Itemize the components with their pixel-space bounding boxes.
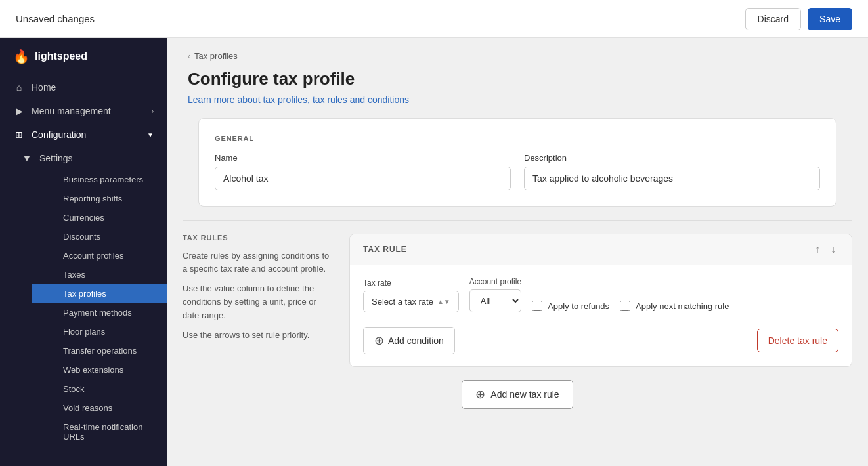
tax-rule-footer: ⊕ Add condition Delete tax rule bbox=[363, 324, 838, 354]
account-profile-select[interactable]: All bbox=[469, 289, 521, 312]
apply-next-checkbox[interactable] bbox=[620, 301, 630, 311]
plus-icon: ⊕ bbox=[374, 333, 384, 348]
rule-arrows: ↑ ↓ bbox=[812, 242, 838, 257]
settings-icon: ▼ bbox=[21, 153, 33, 163]
tax-rules-section: TAX RULES Create rules by assigning cond… bbox=[183, 234, 852, 367]
tax-rule-body: Tax rate Select a tax rate ▲▼ Account pr… bbox=[350, 265, 852, 366]
apply-next-label: Apply next matching rule bbox=[636, 301, 729, 311]
discard-button[interactable]: Discard bbox=[745, 8, 801, 30]
sidebar-item-label: Stock bbox=[63, 384, 85, 394]
sidebar-item-label: Discounts bbox=[63, 232, 100, 242]
arrow-down-button[interactable]: ↓ bbox=[828, 242, 838, 257]
sidebar-item-transfer-operations[interactable]: Transfer operations bbox=[32, 341, 167, 360]
sidebar-item-label: Reporting shifts bbox=[63, 194, 122, 203]
add-new-tax-rule-button[interactable]: ⊕ Add new tax rule bbox=[462, 380, 573, 409]
tax-rules-description: TAX RULES Create rules by assigning cond… bbox=[183, 234, 334, 349]
tax-rate-caret-icon: ▲▼ bbox=[437, 298, 450, 305]
sidebar-item-label: Payment methods bbox=[63, 308, 132, 318]
unsaved-changes-title: Unsaved changes bbox=[16, 13, 95, 24]
sidebar-item-stock[interactable]: Stock bbox=[32, 379, 167, 398]
sidebar-item-account-profiles[interactable]: Account profiles bbox=[32, 246, 167, 265]
name-input[interactable] bbox=[215, 167, 511, 190]
sidebar-item-discounts[interactable]: Discounts bbox=[32, 227, 167, 246]
sidebar-item-taxes[interactable]: Taxes bbox=[32, 265, 167, 284]
sidebar-item-label: Web extensions bbox=[63, 365, 123, 375]
page-title: Configure tax profile bbox=[188, 69, 847, 89]
sidebar-item-payment-methods[interactable]: Payment methods bbox=[32, 303, 167, 322]
description-input[interactable] bbox=[524, 167, 820, 190]
apply-refunds-checkbox[interactable] bbox=[532, 301, 542, 311]
name-field-group: Name bbox=[215, 153, 511, 190]
logo-text: lightspeed bbox=[35, 51, 87, 62]
sidebar-item-label: Account profiles bbox=[63, 251, 124, 261]
tax-rule-title: TAX RULE bbox=[363, 245, 407, 254]
sidebar-item-menu-management[interactable]: ▶ Menu management › bbox=[0, 99, 167, 123]
delete-tax-rule-button[interactable]: Delete tax rule bbox=[757, 329, 838, 352]
add-condition-label: Add condition bbox=[388, 335, 444, 346]
general-section-label: GENERAL bbox=[215, 135, 820, 142]
sidebar-item-label: Currencies bbox=[63, 213, 104, 222]
sidebar-item-label: Settings bbox=[39, 153, 73, 163]
back-arrow-icon: ‹ bbox=[188, 52, 190, 61]
sidebar-item-settings[interactable]: ▼ Settings bbox=[0, 146, 167, 170]
config-icon: ⊞ bbox=[13, 129, 25, 140]
save-button[interactable]: Save bbox=[808, 8, 852, 30]
tax-rules-section-label: TAX RULES bbox=[183, 234, 334, 242]
sidebar-logo: 🔥 lightspeed bbox=[0, 38, 167, 75]
sidebar-item-configuration[interactable]: ⊞ Configuration ▼ bbox=[0, 123, 167, 146]
sidebar-item-tax-profiles[interactable]: Tax profiles bbox=[32, 284, 167, 303]
sidebar-item-label: Transfer operations bbox=[63, 346, 137, 356]
tax-rules-desc-para2: Use the value column to define the condi… bbox=[183, 282, 334, 322]
top-bar: Unsaved changes Discard Save bbox=[0, 0, 868, 38]
arrow-up-button[interactable]: ↑ bbox=[812, 242, 823, 257]
sidebar-item-label: Real-time notification URLs bbox=[63, 422, 154, 442]
delete-rule-label: Delete tax rule bbox=[768, 335, 827, 346]
sidebar-item-label: Menu management bbox=[32, 106, 111, 116]
sidebar-item-label: Business parameters bbox=[63, 175, 143, 184]
learn-more-link[interactable]: Learn more about tax profiles, tax rules… bbox=[188, 95, 847, 105]
sidebar: 🔥 lightspeed ⌂ Home ▶ Menu management › … bbox=[0, 38, 167, 466]
tax-rules-desc-para1: Create rules by assigning conditions to … bbox=[183, 249, 334, 276]
sidebar-item-realtime-notification[interactable]: Real-time notification URLs bbox=[32, 417, 167, 446]
tax-rule-card: TAX RULE ↑ ↓ Tax rate Select a tax rate … bbox=[349, 234, 852, 367]
general-section: GENERAL Name Description bbox=[183, 118, 852, 207]
apply-refunds-group: Apply to refunds bbox=[532, 301, 609, 312]
sidebar-item-label: Configuration bbox=[32, 129, 86, 140]
sidebar-item-void-reasons[interactable]: Void reasons bbox=[32, 398, 167, 417]
sidebar-item-label: Home bbox=[32, 82, 56, 93]
sidebar-item-label: Floor plans bbox=[63, 327, 105, 337]
apply-next-group: Apply next matching rule bbox=[620, 301, 729, 312]
general-form-row: Name Description bbox=[215, 153, 820, 190]
chevron-right-icon: › bbox=[152, 108, 154, 115]
sidebar-item-floor-plans[interactable]: Floor plans bbox=[32, 322, 167, 341]
sidebar-item-home[interactable]: ⌂ Home bbox=[0, 75, 167, 99]
description-label: Description bbox=[524, 153, 820, 163]
chevron-down-icon: ▼ bbox=[147, 131, 154, 138]
plus-icon: ⊕ bbox=[475, 387, 485, 402]
flame-icon: 🔥 bbox=[13, 49, 30, 64]
add-condition-button[interactable]: ⊕ Add condition bbox=[363, 327, 455, 354]
sidebar-item-business-parameters[interactable]: Business parameters bbox=[32, 170, 167, 189]
tax-rule-header: TAX RULE ↑ ↓ bbox=[350, 234, 852, 265]
sidebar-item-label: Void reasons bbox=[63, 403, 112, 413]
breadcrumb-link[interactable]: Tax profiles bbox=[194, 51, 238, 61]
add-new-tax-rule-row: ⊕ Add new tax rule bbox=[183, 380, 852, 409]
sidebar-item-reporting-shifts[interactable]: Reporting shifts bbox=[32, 189, 167, 208]
page-header: ‹ Tax profiles Configure tax profile Lea… bbox=[167, 38, 868, 105]
sidebar-item-label: Taxes bbox=[63, 270, 85, 280]
tax-rate-field-group: Tax rate Select a tax rate ▲▼ bbox=[363, 278, 459, 312]
account-profile-label: Account profile bbox=[469, 277, 521, 286]
apply-refunds-label: Apply to refunds bbox=[548, 301, 609, 311]
tax-rate-select-button[interactable]: Select a tax rate ▲▼ bbox=[363, 291, 459, 312]
breadcrumb: ‹ Tax profiles bbox=[188, 51, 847, 61]
sidebar-item-web-extensions[interactable]: Web extensions bbox=[32, 360, 167, 379]
main-content: ‹ Tax profiles Configure tax profile Lea… bbox=[167, 38, 868, 466]
menu-icon: ▶ bbox=[13, 106, 25, 116]
tax-rule-fields: Tax rate Select a tax rate ▲▼ Account pr… bbox=[363, 277, 838, 312]
home-icon: ⌂ bbox=[13, 82, 25, 93]
add-new-tax-rule-label: Add new tax rule bbox=[490, 389, 559, 400]
section-divider bbox=[183, 220, 852, 221]
sidebar-item-currencies[interactable]: Currencies bbox=[32, 208, 167, 227]
name-label: Name bbox=[215, 153, 511, 163]
tax-rate-label: Tax rate bbox=[363, 278, 459, 287]
